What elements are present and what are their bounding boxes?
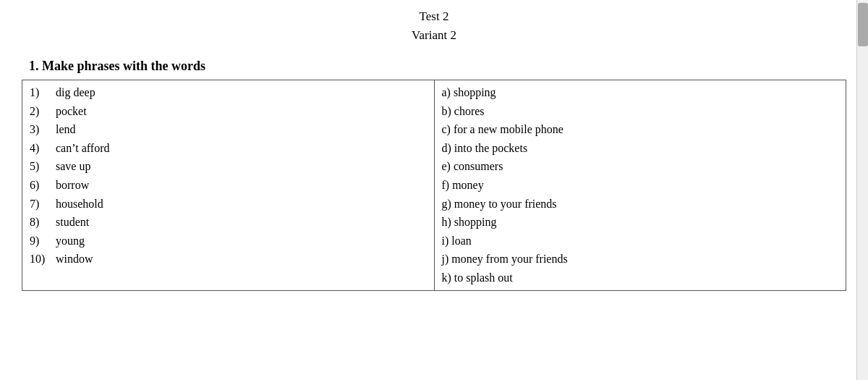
right-column: a) shoppingb) choresc) for a new mobile …	[434, 80, 846, 291]
item-number: 9)	[30, 232, 56, 250]
item-word: pocket	[56, 102, 109, 121]
list-item: 3)lend	[30, 120, 109, 139]
item-number: 1)	[30, 83, 56, 102]
list-item: 10)window	[30, 250, 109, 269]
list-item: 8)student	[30, 213, 109, 232]
item-number: 5)	[30, 157, 56, 176]
item-number: 3)	[30, 120, 56, 139]
list-item: k) to splash out	[442, 269, 839, 287]
item-word: borrow	[56, 176, 109, 195]
list-item: a) shopping	[442, 83, 839, 102]
item-number: 6)	[30, 176, 56, 195]
list-item: 7)household	[30, 195, 109, 214]
item-word: save up	[56, 157, 109, 176]
item-word: household	[56, 195, 109, 214]
item-number: 4)	[30, 139, 56, 158]
item-word: window	[56, 250, 109, 269]
list-item: c) for a new mobile phone	[442, 120, 839, 139]
left-column: 1)dig deep2)pocket3)lend4)can’t afford5)…	[22, 80, 435, 291]
scrollbar[interactable]	[856, 0, 868, 380]
list-item: g) money to your friends	[442, 195, 839, 214]
item-word: dig deep	[56, 83, 109, 102]
item-word: student	[56, 213, 109, 232]
match-table: 1)dig deep2)pocket3)lend4)can’t afford5)…	[22, 80, 846, 291]
list-item: 9)young	[30, 232, 109, 250]
section-heading: 1. Make phrases with the words	[29, 59, 846, 74]
item-word: can’t afford	[56, 139, 109, 158]
item-number: 2)	[30, 102, 56, 121]
list-item: j) money from your friends	[442, 250, 839, 269]
list-item: 6)borrow	[30, 176, 109, 195]
item-number: 7)	[30, 195, 56, 214]
item-number: 10)	[30, 250, 56, 269]
list-item: 2)pocket	[30, 102, 109, 121]
list-item: d) into the pockets	[442, 139, 839, 158]
list-item: e) consumers	[442, 157, 839, 176]
item-number: 8)	[30, 213, 56, 232]
item-word: lend	[56, 120, 109, 139]
list-item: b) chores	[442, 102, 839, 121]
title-section: Test 2 Variant 2	[22, 7, 846, 44]
right-items-list: a) shoppingb) choresc) for a new mobile …	[442, 83, 839, 287]
title-line1: Test 2	[22, 7, 846, 26]
list-item: 4)can’t afford	[30, 139, 109, 158]
title-line2: Variant 2	[22, 26, 846, 45]
left-items-list: 1)dig deep2)pocket3)lend4)can’t afford5)…	[30, 83, 109, 269]
scrollbar-thumb[interactable]	[858, 3, 868, 46]
list-item: h) shopping	[442, 213, 839, 232]
table-row: 1)dig deep2)pocket3)lend4)can’t afford5)…	[22, 80, 846, 291]
list-item: 1)dig deep	[30, 83, 109, 102]
list-item: i) loan	[442, 232, 839, 250]
list-item: 5)save up	[30, 157, 109, 176]
page: Test 2 Variant 2 1. Make phrases with th…	[7, 0, 861, 298]
list-item: f) money	[442, 176, 839, 195]
item-word: young	[56, 232, 109, 250]
